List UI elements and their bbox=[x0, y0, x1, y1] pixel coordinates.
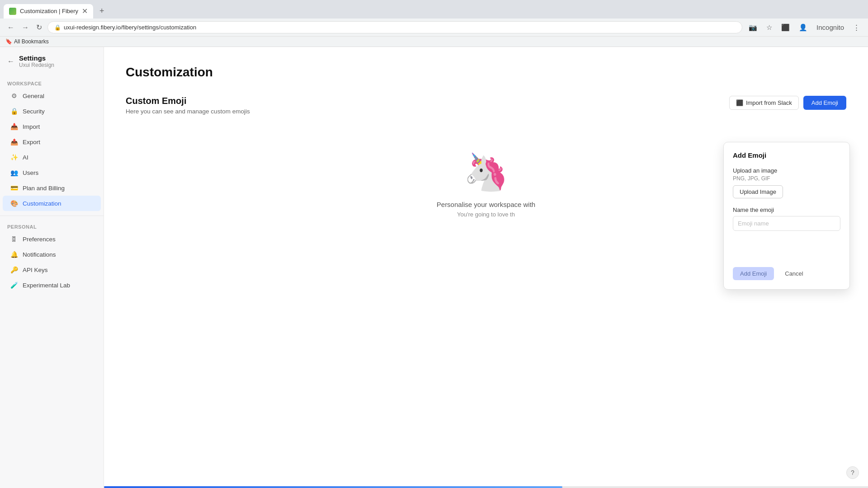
upload-section-label: Upload an image bbox=[733, 167, 840, 174]
page-title: Customization bbox=[126, 65, 846, 80]
help-button[interactable]: ? bbox=[846, 466, 859, 479]
export-icon: 📤 bbox=[10, 138, 18, 146]
sidebar-label-general: General bbox=[23, 93, 44, 99]
url-box[interactable]: 🔒 uxui-redesign.fibery.io/fibery/setting… bbox=[47, 21, 742, 33]
import-slack-label: Import from Slack bbox=[746, 99, 792, 106]
name-label: Name the emoji bbox=[733, 206, 840, 213]
section-header-right: ⬛ Import from Slack Add Emoji bbox=[729, 96, 846, 110]
unicorn-illustration: 🦄 bbox=[463, 151, 509, 193]
extensions-icon[interactable]: ⬛ bbox=[778, 22, 793, 33]
url-text: uxui-redesign.fibery.io/fibery/settings/… bbox=[64, 24, 196, 31]
sidebar-title: Settings bbox=[19, 54, 54, 62]
emoji-name-input[interactable] bbox=[733, 216, 840, 231]
tab-title: Customization | Fibery bbox=[20, 8, 78, 14]
bookmarks-label: All Bookmarks bbox=[14, 38, 49, 45]
progress-bar-fill bbox=[104, 486, 562, 488]
billing-icon: 💳 bbox=[10, 184, 18, 192]
refresh-button[interactable]: ↻ bbox=[34, 21, 44, 33]
panel-footer: Add Emoji Cancel bbox=[733, 267, 840, 280]
sidebar-item-export[interactable]: 📤 Export bbox=[3, 134, 101, 150]
empty-state-subtitle: You're going to love th bbox=[457, 211, 515, 218]
panel-cancel-button[interactable]: Cancel bbox=[778, 267, 809, 280]
workspace-section-label: WORKSPACE bbox=[0, 77, 104, 88]
sidebar-label-ai: AI bbox=[23, 154, 28, 161]
tab-bar: Customization | Fibery ✕ + bbox=[0, 0, 868, 19]
bookmark-star-icon[interactable]: ☆ bbox=[764, 22, 775, 33]
sidebar-item-customization[interactable]: 🎨 Customization bbox=[3, 196, 101, 211]
menu-icon[interactable]: ⋮ bbox=[850, 22, 863, 33]
tab-close-button[interactable]: ✕ bbox=[82, 8, 88, 15]
import-slack-button[interactable]: ⬛ Import from Slack bbox=[729, 96, 799, 110]
sidebar-label-plan-billing: Plan and Billing bbox=[23, 185, 65, 192]
browser-actions: 📷 ☆ ⬛ 👤 Incognito ⋮ bbox=[746, 22, 863, 33]
ai-icon: ✨ bbox=[10, 153, 18, 161]
progress-bar-container bbox=[104, 486, 868, 488]
api-keys-icon: 🔑 bbox=[10, 266, 18, 274]
customization-icon: 🎨 bbox=[10, 199, 18, 207]
security-icon: 🔒 bbox=[10, 107, 18, 115]
bookmarks-icon: 🔖 bbox=[5, 38, 12, 45]
back-button[interactable]: ← bbox=[5, 22, 16, 33]
incognito-label: Incognito bbox=[814, 22, 847, 33]
notifications-icon: 🔔 bbox=[10, 250, 18, 258]
browser-chrome: Customization | Fibery ✕ + ← → ↻ 🔒 uxui-… bbox=[0, 0, 868, 47]
active-tab[interactable]: Customization | Fibery ✕ bbox=[4, 4, 93, 19]
sidebar-label-customization: Customization bbox=[23, 200, 61, 207]
section-desc: Here you can see and manage custom emoji… bbox=[126, 108, 720, 115]
slack-icon: ⬛ bbox=[736, 99, 743, 106]
add-emoji-button[interactable]: Add Emoji bbox=[803, 96, 846, 110]
section-title: Custom Emoji bbox=[126, 96, 720, 106]
empty-state-title: Personalise your workspace with bbox=[437, 201, 535, 208]
sidebar-label-preferences: Preferences bbox=[23, 236, 56, 243]
import-icon: 📥 bbox=[10, 122, 18, 131]
bookmarks-bar: 🔖 All Bookmarks bbox=[0, 36, 868, 47]
sidebar-item-experimental-lab[interactable]: 🧪 Experimental Lab bbox=[3, 277, 101, 293]
sidebar-label-api-keys: API Keys bbox=[23, 267, 48, 273]
sidebar-item-plan-billing[interactable]: 💳 Plan and Billing bbox=[3, 180, 101, 196]
preferences-icon: 🎛 bbox=[10, 235, 18, 243]
panel-add-emoji-button[interactable]: Add Emoji bbox=[733, 267, 774, 280]
sidebar-item-ai[interactable]: ✨ AI bbox=[3, 150, 101, 165]
sidebar-item-import[interactable]: 📥 Import bbox=[3, 119, 101, 134]
upload-hint: PNG, JPG, GIF bbox=[733, 175, 840, 182]
new-tab-button[interactable]: + bbox=[95, 4, 109, 19]
upload-image-button[interactable]: Upload Image bbox=[733, 185, 783, 198]
general-icon: ⚙ bbox=[10, 92, 18, 100]
app-container: ← Settings Uxui Redesign WORKSPACE ⚙ Gen… bbox=[0, 47, 868, 488]
address-bar: ← → ↻ 🔒 uxui-redesign.fibery.io/fibery/s… bbox=[0, 19, 868, 36]
sidebar: ← Settings Uxui Redesign WORKSPACE ⚙ Gen… bbox=[0, 47, 104, 488]
forward-button[interactable]: → bbox=[20, 22, 31, 33]
sidebar-item-notifications[interactable]: 🔔 Notifications bbox=[3, 247, 101, 262]
section-header-left: Custom Emoji Here you can see and manage… bbox=[126, 96, 720, 124]
sidebar-label-notifications: Notifications bbox=[23, 251, 56, 258]
lock-icon: 🔒 bbox=[54, 24, 61, 31]
camera-icon[interactable]: 📷 bbox=[746, 22, 760, 33]
sidebar-label-users: Users bbox=[23, 169, 38, 176]
sidebar-item-preferences[interactable]: 🎛 Preferences bbox=[3, 231, 101, 247]
sidebar-label-import: Import bbox=[23, 123, 40, 130]
sidebar-item-api-keys[interactable]: 🔑 API Keys bbox=[3, 262, 101, 277]
profile-icon[interactable]: 👤 bbox=[796, 22, 810, 33]
sidebar-item-general[interactable]: ⚙ General bbox=[3, 88, 101, 103]
panel-title: Add Emoji bbox=[733, 151, 840, 159]
sidebar-divider bbox=[0, 216, 104, 216]
personal-section-label: PERSONAL bbox=[0, 221, 104, 231]
section-header-row: Custom Emoji Here you can see and manage… bbox=[126, 96, 846, 124]
sidebar-subtitle: Uxui Redesign bbox=[19, 62, 54, 68]
sidebar-header: ← Settings Uxui Redesign bbox=[0, 54, 104, 77]
sidebar-label-security: Security bbox=[23, 108, 45, 115]
users-icon: 👥 bbox=[10, 169, 18, 177]
lab-icon: 🧪 bbox=[10, 281, 18, 289]
add-emoji-panel: Add Emoji Upload an image PNG, JPG, GIF … bbox=[723, 142, 850, 290]
sidebar-label-export: Export bbox=[23, 139, 40, 145]
sidebar-item-users[interactable]: 👥 Users bbox=[3, 165, 101, 180]
tab-favicon bbox=[9, 8, 16, 15]
main-content: Customization Custom Emoji Here you can … bbox=[104, 47, 868, 488]
sidebar-back-button[interactable]: ← bbox=[7, 57, 14, 66]
sidebar-title-group: Settings Uxui Redesign bbox=[19, 54, 54, 68]
sidebar-item-security[interactable]: 🔒 Security bbox=[3, 103, 101, 119]
sidebar-label-experimental-lab: Experimental Lab bbox=[23, 282, 70, 289]
